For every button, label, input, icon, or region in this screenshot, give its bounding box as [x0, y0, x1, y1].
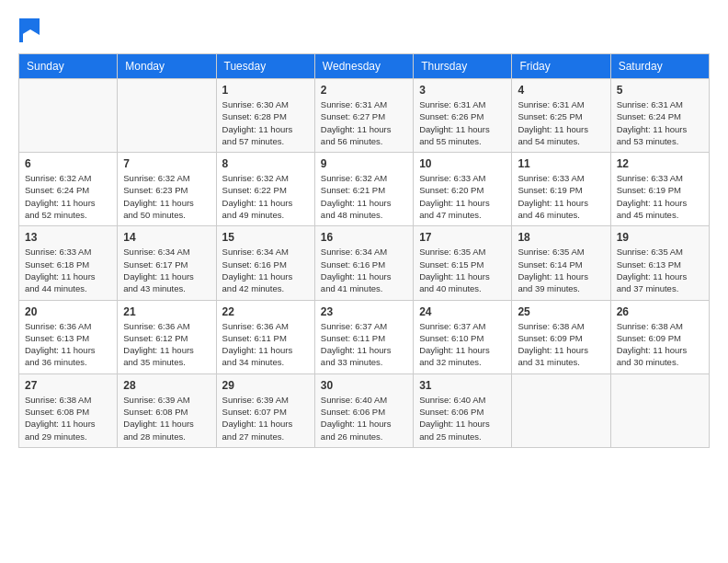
day-cell: 31Sunrise: 6:40 AM Sunset: 6:06 PM Dayli… [414, 373, 512, 447]
day-info: Sunrise: 6:31 AM Sunset: 6:27 PM Dayligh… [321, 98, 407, 147]
day-info: Sunrise: 6:34 AM Sunset: 6:16 PM Dayligh… [222, 246, 309, 294]
day-number: 17 [419, 231, 506, 244]
day-info: Sunrise: 6:33 AM Sunset: 6:19 PM Dayligh… [518, 172, 604, 221]
day-number: 11 [518, 157, 604, 170]
day-info: Sunrise: 6:31 AM Sunset: 6:25 PM Dayligh… [518, 98, 604, 147]
svg-marker-0 [21, 18, 40, 35]
header-cell-thursday: Thursday [414, 54, 512, 79]
day-info: Sunrise: 6:33 AM Sunset: 6:19 PM Dayligh… [617, 172, 703, 221]
day-number: 29 [222, 379, 309, 392]
day-number: 20 [25, 305, 111, 318]
day-number: 3 [419, 84, 506, 97]
day-info: Sunrise: 6:35 AM Sunset: 6:13 PM Dayligh… [617, 246, 703, 294]
day-info: Sunrise: 6:37 AM Sunset: 6:11 PM Dayligh… [321, 320, 407, 369]
day-number: 22 [222, 305, 309, 318]
day-number: 9 [321, 157, 407, 170]
logo-icon [19, 18, 40, 42]
day-number: 24 [419, 305, 506, 318]
day-number: 15 [222, 231, 309, 244]
week-row-2: 6Sunrise: 6:32 AM Sunset: 6:24 PM Daylig… [19, 153, 710, 226]
day-number: 1 [222, 84, 309, 97]
day-info: Sunrise: 6:32 AM Sunset: 6:23 PM Dayligh… [123, 172, 210, 221]
day-cell: 3Sunrise: 6:31 AM Sunset: 6:26 PM Daylig… [414, 79, 512, 153]
day-info: Sunrise: 6:32 AM Sunset: 6:22 PM Dayligh… [222, 172, 309, 221]
day-number: 21 [123, 305, 210, 318]
day-info: Sunrise: 6:32 AM Sunset: 6:21 PM Dayligh… [321, 172, 407, 221]
day-number: 25 [518, 305, 604, 318]
day-number: 2 [321, 84, 407, 97]
day-cell: 8Sunrise: 6:32 AM Sunset: 6:22 PM Daylig… [216, 153, 314, 226]
header-cell-friday: Friday [512, 54, 610, 79]
day-number: 4 [518, 84, 604, 97]
day-number: 19 [617, 231, 703, 244]
week-row-1: 1Sunrise: 6:30 AM Sunset: 6:28 PM Daylig… [19, 79, 710, 153]
day-number: 6 [25, 157, 111, 170]
day-info: Sunrise: 6:40 AM Sunset: 6:06 PM Dayligh… [321, 394, 407, 442]
day-cell: 21Sunrise: 6:36 AM Sunset: 6:12 PM Dayli… [118, 300, 216, 373]
day-info: Sunrise: 6:35 AM Sunset: 6:15 PM Dayligh… [419, 246, 506, 294]
day-number: 14 [123, 231, 210, 244]
svg-rect-1 [19, 18, 23, 42]
calendar-table: SundayMondayTuesdayWednesdayThursdayFrid… [18, 53, 710, 448]
day-info: Sunrise: 6:31 AM Sunset: 6:26 PM Dayligh… [419, 98, 506, 147]
day-cell: 26Sunrise: 6:38 AM Sunset: 6:09 PM Dayli… [610, 300, 709, 373]
day-cell: 14Sunrise: 6:34 AM Sunset: 6:17 PM Dayli… [118, 226, 216, 300]
calendar-header: SundayMondayTuesdayWednesdayThursdayFrid… [19, 54, 710, 79]
day-cell: 13Sunrise: 6:33 AM Sunset: 6:18 PM Dayli… [19, 226, 118, 300]
day-number: 7 [123, 157, 210, 170]
day-info: Sunrise: 6:38 AM Sunset: 6:08 PM Dayligh… [25, 394, 111, 442]
day-number: 10 [419, 157, 506, 170]
day-cell: 12Sunrise: 6:33 AM Sunset: 6:19 PM Dayli… [610, 153, 709, 226]
day-cell: 5Sunrise: 6:31 AM Sunset: 6:24 PM Daylig… [610, 79, 709, 153]
header-cell-saturday: Saturday [610, 54, 709, 79]
day-cell: 18Sunrise: 6:35 AM Sunset: 6:14 PM Dayli… [512, 226, 610, 300]
day-number: 16 [321, 231, 407, 244]
day-info: Sunrise: 6:33 AM Sunset: 6:20 PM Dayligh… [419, 172, 506, 221]
day-info: Sunrise: 6:36 AM Sunset: 6:13 PM Dayligh… [25, 320, 111, 369]
day-cell [118, 79, 216, 153]
day-cell: 15Sunrise: 6:34 AM Sunset: 6:16 PM Dayli… [216, 226, 314, 300]
day-cell: 17Sunrise: 6:35 AM Sunset: 6:15 PM Dayli… [414, 226, 512, 300]
header-cell-wednesday: Wednesday [314, 54, 413, 79]
day-number: 12 [617, 157, 703, 170]
day-number: 27 [25, 379, 111, 392]
day-info: Sunrise: 6:37 AM Sunset: 6:10 PM Dayligh… [419, 320, 506, 369]
header-cell-sunday: Sunday [19, 54, 118, 79]
day-cell: 30Sunrise: 6:40 AM Sunset: 6:06 PM Dayli… [314, 373, 413, 447]
day-cell: 11Sunrise: 6:33 AM Sunset: 6:19 PM Dayli… [512, 153, 610, 226]
day-number: 13 [25, 231, 111, 244]
logo [18, 18, 40, 44]
calendar-body: 1Sunrise: 6:30 AM Sunset: 6:28 PM Daylig… [19, 79, 710, 448]
day-number: 26 [617, 305, 703, 318]
day-info: Sunrise: 6:39 AM Sunset: 6:07 PM Dayligh… [222, 394, 309, 442]
header-row: SundayMondayTuesdayWednesdayThursdayFrid… [19, 54, 710, 79]
day-cell: 4Sunrise: 6:31 AM Sunset: 6:25 PM Daylig… [512, 79, 610, 153]
week-row-3: 13Sunrise: 6:33 AM Sunset: 6:18 PM Dayli… [19, 226, 710, 300]
week-row-5: 27Sunrise: 6:38 AM Sunset: 6:08 PM Dayli… [19, 373, 710, 447]
day-cell: 28Sunrise: 6:39 AM Sunset: 6:08 PM Dayli… [118, 373, 216, 447]
day-cell: 1Sunrise: 6:30 AM Sunset: 6:28 PM Daylig… [216, 79, 314, 153]
day-info: Sunrise: 6:30 AM Sunset: 6:28 PM Dayligh… [222, 98, 309, 147]
header-cell-tuesday: Tuesday [216, 54, 314, 79]
day-cell: 23Sunrise: 6:37 AM Sunset: 6:11 PM Dayli… [314, 300, 413, 373]
day-cell: 20Sunrise: 6:36 AM Sunset: 6:13 PM Dayli… [19, 300, 118, 373]
day-info: Sunrise: 6:34 AM Sunset: 6:16 PM Dayligh… [321, 246, 407, 294]
day-cell: 10Sunrise: 6:33 AM Sunset: 6:20 PM Dayli… [414, 153, 512, 226]
day-number: 31 [419, 379, 506, 392]
day-info: Sunrise: 6:38 AM Sunset: 6:09 PM Dayligh… [617, 320, 703, 369]
day-number: 5 [617, 84, 703, 97]
day-info: Sunrise: 6:32 AM Sunset: 6:24 PM Dayligh… [25, 172, 111, 221]
day-cell: 25Sunrise: 6:38 AM Sunset: 6:09 PM Dayli… [512, 300, 610, 373]
day-cell: 9Sunrise: 6:32 AM Sunset: 6:21 PM Daylig… [314, 153, 413, 226]
header-cell-monday: Monday [118, 54, 216, 79]
day-cell: 2Sunrise: 6:31 AM Sunset: 6:27 PM Daylig… [314, 79, 413, 153]
day-cell: 7Sunrise: 6:32 AM Sunset: 6:23 PM Daylig… [118, 153, 216, 226]
day-info: Sunrise: 6:35 AM Sunset: 6:14 PM Dayligh… [518, 246, 604, 294]
day-number: 28 [123, 379, 210, 392]
day-info: Sunrise: 6:39 AM Sunset: 6:08 PM Dayligh… [123, 394, 210, 442]
day-cell: 27Sunrise: 6:38 AM Sunset: 6:08 PM Dayli… [19, 373, 118, 447]
day-number: 23 [321, 305, 407, 318]
day-info: Sunrise: 6:36 AM Sunset: 6:12 PM Dayligh… [123, 320, 210, 369]
day-info: Sunrise: 6:38 AM Sunset: 6:09 PM Dayligh… [518, 320, 604, 369]
day-number: 30 [321, 379, 407, 392]
